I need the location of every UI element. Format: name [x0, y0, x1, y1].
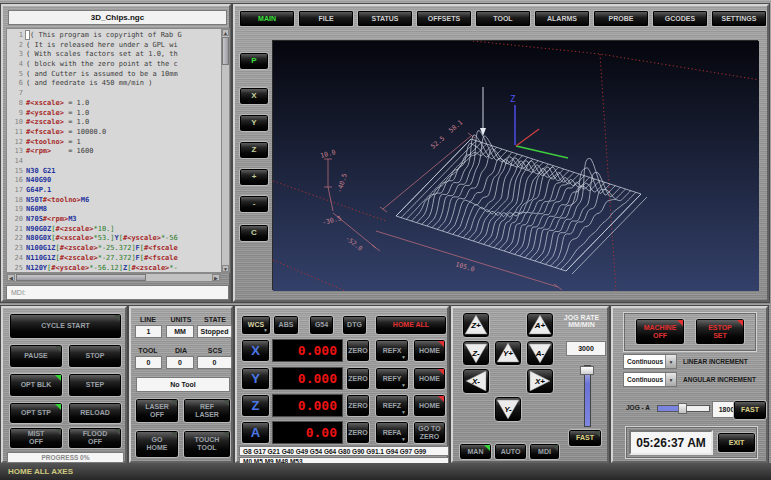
code-token: [26, 31, 29, 39]
axis-button-x[interactable]: X: [241, 339, 270, 362]
code-token: #<zscale>: [60, 244, 98, 254]
auto-mode-button[interactable]: AUTO: [494, 443, 527, 460]
jog-a-minusplus-button[interactable]: A+: [526, 312, 554, 338]
units-label: UNITS: [165, 316, 197, 323]
stop-button[interactable]: STOP: [68, 344, 122, 368]
flood-button[interactable]: FLOOD OFF: [68, 427, 122, 449]
jog-z-minus-button[interactable]: Z-: [462, 340, 490, 366]
estop-led: [737, 320, 743, 326]
ref-x-button[interactable]: REFX▼: [375, 339, 409, 362]
pause-label: PAUSE: [24, 352, 48, 360]
man-mode-button[interactable]: MAN: [459, 443, 492, 460]
code-line: 5( and Cutter is assumed to be a 10mm: [7, 70, 221, 80]
state-value: Stopped: [197, 325, 232, 338]
jog-arrow-label: X-: [463, 369, 489, 393]
code-lines[interactable]: 1( This program is copyright of Rab G2( …: [6, 28, 221, 273]
view-button--[interactable]: -: [239, 195, 269, 213]
code-line: 1( This program is copyright of Rab G: [7, 31, 221, 41]
chevron-down-icon[interactable]: ▼: [665, 373, 676, 386]
stop-label: STOP: [86, 352, 105, 360]
tab-tool[interactable]: TOOL: [475, 10, 531, 27]
angular-increment-select[interactable]: Continuous▼: [623, 372, 677, 387]
view-button-z[interactable]: Z: [239, 141, 269, 159]
axis-button-y[interactable]: Y: [241, 367, 270, 390]
mist-label: MIST OFF: [21, 430, 51, 446]
jog-a-slider-handle[interactable]: [678, 403, 687, 414]
code-vscrollbar[interactable]: ▲ ▼: [221, 28, 230, 273]
vscroll-thumb[interactable]: [222, 37, 229, 65]
view-button-x[interactable]: X: [239, 87, 269, 105]
tab-alarms[interactable]: ALARMS: [534, 10, 590, 27]
tab-gcodes[interactable]: GCODES: [652, 10, 708, 27]
pause-button[interactable]: PAUSE: [9, 344, 63, 368]
laser-button[interactable]: LASER OFF: [135, 398, 179, 423]
jog-z-minusplus-button[interactable]: Z+: [462, 312, 490, 338]
zero-z-button[interactable]: ZERO: [346, 394, 370, 417]
code-token: #<toolno>: [43, 196, 81, 206]
scroll-down-icon[interactable]: ▼: [222, 265, 229, 272]
code-token: N100G1Z: [26, 244, 56, 254]
zero-y-button[interactable]: ZERO: [346, 367, 370, 390]
line-value: 1: [135, 325, 162, 338]
tab-settings[interactable]: SETTINGS: [711, 10, 767, 27]
jog-x-minusplus-button[interactable]: X+: [526, 368, 554, 394]
jog-rate-slider-handle[interactable]: [580, 366, 594, 375]
fast-a-button[interactable]: FAST: [733, 400, 767, 420]
axis-button-z[interactable]: Z: [241, 394, 270, 417]
jog-a-minus-button[interactable]: A-: [526, 340, 554, 366]
preview-viewport[interactable]: 10.0-40.5-30.5-52.0105.052.558.1Z: [272, 40, 758, 290]
mdi-mode-button[interactable]: MDI: [529, 443, 560, 460]
reload-button[interactable]: RELOAD: [68, 402, 122, 424]
mist-button[interactable]: MIST OFF: [9, 427, 63, 449]
code-line: 16N40G90: [7, 176, 221, 186]
flood-label: FLOOD OFF: [80, 430, 110, 446]
code-token: #<yscale>: [123, 234, 161, 244]
home-x-button[interactable]: HOME: [413, 339, 446, 362]
view-button-+[interactable]: +: [239, 168, 269, 186]
axis-button-a[interactable]: A: [241, 421, 270, 444]
tab-offsets[interactable]: OFFSETS: [416, 10, 472, 27]
tab-probe[interactable]: PROBE: [593, 10, 649, 27]
jog-x-minus-button[interactable]: X-: [462, 368, 490, 394]
tab-file[interactable]: FILE: [298, 10, 354, 27]
code-hscrollbar[interactable]: ◀ ▶: [6, 273, 221, 282]
view-button-p[interactable]: P: [239, 52, 269, 70]
step-button[interactable]: STEP: [68, 373, 122, 397]
hscroll-thumb[interactable]: [16, 274, 146, 281]
chevron-down-icon: ▼: [401, 435, 406, 443]
view-button-y[interactable]: Y: [239, 114, 269, 132]
chevron-down-icon[interactable]: ▼: [665, 355, 676, 368]
ref-y-button[interactable]: REFY▼: [375, 367, 409, 390]
zero-a-button[interactable]: ZERO: [346, 421, 370, 444]
scroll-left-icon[interactable]: ◀: [7, 274, 15, 281]
jog-rate-label: JOG RATE MM/MIN: [553, 314, 610, 328]
jog-y-minus-button[interactable]: Y-: [494, 396, 522, 422]
pause-led: [55, 346, 61, 352]
jog-fast-button[interactable]: FAST: [568, 429, 602, 447]
machine-off-button[interactable]: MACHINE OFF: [635, 318, 685, 345]
estop-button[interactable]: ESTOP SET: [695, 318, 745, 345]
ref-a-button[interactable]: REFA▼: [375, 421, 409, 444]
view-button-c[interactable]: C: [239, 224, 269, 242]
code-line: 12#<toolno> = 1: [7, 138, 221, 148]
home-z-button[interactable]: HOME: [413, 394, 446, 417]
scroll-up-icon[interactable]: ▲: [222, 29, 229, 36]
optional-block-button[interactable]: OPT BLK: [9, 373, 63, 397]
go-home-button[interactable]: GO HOME: [135, 430, 179, 458]
scroll-right-icon[interactable]: ▶: [212, 274, 220, 281]
home-a-button[interactable]: GO TO ZERO: [413, 421, 446, 444]
home-y-button[interactable]: HOME: [413, 367, 446, 390]
linear-increment-select[interactable]: Continuous▼: [623, 354, 677, 369]
zero-x-button[interactable]: ZERO: [346, 339, 370, 362]
jog-y-minusplus-button[interactable]: Y+: [494, 340, 522, 366]
ref-laser-button[interactable]: REF LASER: [183, 398, 231, 423]
code-line: 14: [7, 157, 221, 167]
ref-z-button[interactable]: REFZ▼: [375, 394, 409, 417]
optional-stop-button[interactable]: OPT STP: [9, 402, 63, 424]
mdi-input[interactable]: MDI:: [6, 285, 229, 300]
exit-button[interactable]: EXIT: [717, 432, 756, 453]
tab-status[interactable]: STATUS: [357, 10, 413, 27]
touch-tool-button[interactable]: TOUCH TOOL: [183, 430, 231, 458]
cycle-start-button[interactable]: CYCLE START: [9, 313, 122, 339]
code-token: =: [64, 99, 77, 109]
